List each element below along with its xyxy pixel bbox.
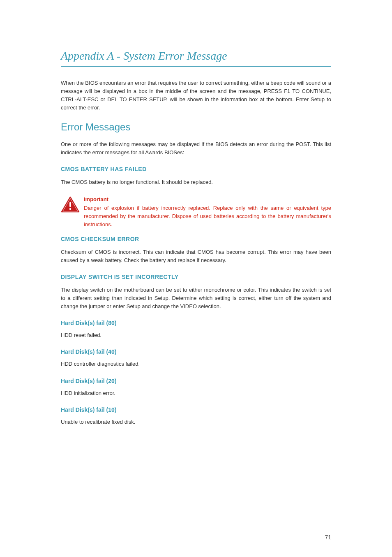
- important-body: Danger of explosion if battery incorrect…: [84, 205, 331, 227]
- hdd-80-heading: Hard Disk(s) fail (80): [61, 320, 331, 326]
- hdd-80-body: HDD reset failed.: [61, 331, 331, 339]
- important-callout: Important Danger of explosion if battery…: [61, 195, 331, 229]
- hdd-40-body: HDD controller diagnostics failed.: [61, 360, 331, 368]
- hdd-10-heading: Hard Disk(s) fail (10): [61, 406, 331, 413]
- intro-paragraph: When the BIOS encounters an error that r…: [61, 79, 331, 112]
- svg-rect-0: [69, 202, 71, 207]
- page-number: 71: [325, 534, 331, 541]
- hdd-20-body: HDD initialization error.: [61, 389, 331, 397]
- important-text: Important Danger of explosion if battery…: [84, 195, 331, 229]
- display-switch-body: The display switch on the motherboard ca…: [61, 286, 331, 311]
- hdd-10-body: Unable to recalibrate fixed disk.: [61, 418, 331, 426]
- display-switch-heading: DISPLAY SWITCH IS SET INCORRECTLY: [61, 274, 331, 280]
- important-label: Important: [84, 195, 331, 204]
- hdd-40-heading: Hard Disk(s) fail (40): [61, 348, 331, 355]
- hdd-20-heading: Hard Disk(s) fail (20): [61, 378, 331, 384]
- cmos-checksum-heading: CMOS CHECKSUM ERROR: [61, 236, 331, 242]
- section-title: Error Messages: [61, 121, 331, 133]
- cmos-battery-heading: CMOS BATTERY HAS FAILED: [61, 166, 331, 172]
- cmos-checksum-body: Checksum of CMOS is incorrect. This can …: [61, 248, 331, 265]
- section-intro: One or more of the following messages ma…: [61, 140, 331, 157]
- page-title: Appendix A - System Error Message: [61, 49, 331, 67]
- cmos-battery-body: The CMOS battery is no longer functional…: [61, 178, 331, 186]
- svg-point-1: [69, 208, 71, 210]
- warning-triangle-icon: [61, 196, 80, 214]
